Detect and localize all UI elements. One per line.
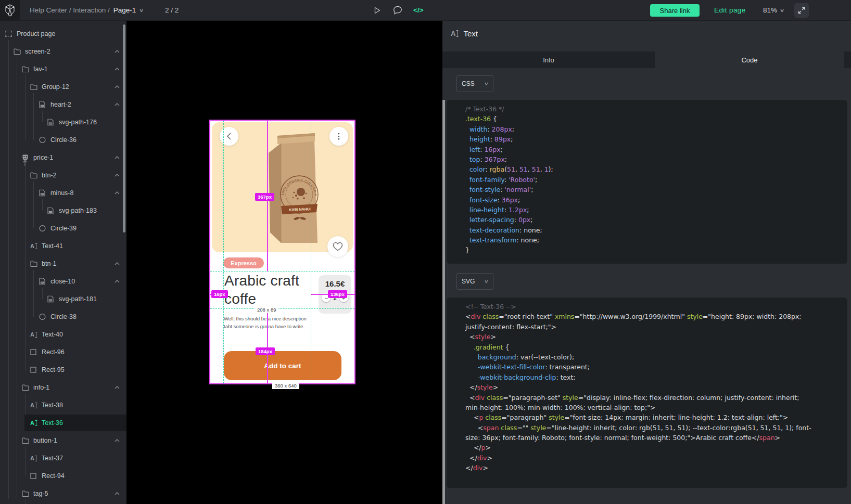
- zoom-level-dropdown[interactable]: 81% ∨: [763, 0, 784, 20]
- chevron-up-icon[interactable]: [115, 386, 120, 389]
- svgfile-layer-icon: [39, 190, 45, 197]
- tab-info[interactable]: Info: [442, 51, 655, 68]
- app-logo[interactable]: [0, 0, 20, 20]
- layer-row-svg-path-181[interactable]: svg-path-181: [0, 291, 126, 307]
- layer-row-circle-38[interactable]: Circle-38: [0, 308, 126, 325]
- code-line: text-transform: none;: [465, 236, 847, 246]
- comment-icon: [393, 6, 402, 15]
- folder-layer-icon: [22, 66, 29, 72]
- layer-label: Circle-36: [50, 136, 77, 144]
- code-view-button[interactable]: </>: [413, 0, 424, 20]
- layer-row-text-37[interactable]: AText-37: [0, 450, 126, 467]
- layer-row-circle-39[interactable]: Circle-39: [0, 220, 126, 237]
- share-link-button[interactable]: Share link: [650, 4, 700, 17]
- artboard-screen-2[interactable]: 100% ORGANIC COLOMBIAN COFFEE KABI NAHUI: [210, 121, 354, 383]
- chevron-up-icon[interactable]: [115, 439, 120, 442]
- css-code-block[interactable]: /* Text-36 */.text-36 { width: 208px; he…: [447, 100, 847, 264]
- chevron-up-icon[interactable]: [115, 103, 120, 106]
- layer-row-text-38[interactable]: AText-38: [0, 397, 126, 413]
- layer-row-rect-96[interactable]: Rect-96: [0, 344, 126, 360]
- css-format-dropdown[interactable]: CSS ∨: [456, 75, 493, 92]
- guide-line-right: [311, 121, 311, 383]
- inspector-title: Text: [463, 29, 478, 38]
- code-line: }: [465, 246, 847, 256]
- play-button[interactable]: [373, 0, 381, 20]
- layer-label: price-1: [33, 154, 53, 161]
- guide-line-bottom: [210, 308, 354, 309]
- chevron-up-icon[interactable]: [115, 174, 120, 177]
- chevron-up-icon[interactable]: [115, 156, 120, 159]
- layer-row-svg-path-183[interactable]: svg-path-183: [0, 202, 126, 219]
- layer-row-btn-2[interactable]: btn-2: [0, 167, 126, 184]
- rect-layer-icon: [30, 367, 36, 373]
- chevron-up-icon[interactable]: [115, 85, 120, 88]
- layer-row-btn-1[interactable]: btn-1: [0, 255, 126, 272]
- layer-row-tag-5[interactable]: tag-5: [0, 485, 126, 502]
- add-to-cart-button[interactable]: Add to cart: [224, 351, 341, 380]
- chevron-up-icon[interactable]: [115, 262, 120, 265]
- layer-row-button-1[interactable]: button-1: [0, 432, 126, 449]
- layer-label: Text-37: [42, 455, 63, 462]
- layer-row-info-1[interactable]: info-1: [0, 379, 126, 396]
- folder-layer-icon: [30, 84, 37, 90]
- code-icon: </>: [413, 6, 424, 14]
- more-options-button[interactable]: ⋮: [329, 127, 348, 146]
- layer-label: svg-path-176: [59, 119, 97, 126]
- component-layer-icon: [22, 154, 29, 161]
- layer-row-screen-2[interactable]: screen-2: [0, 43, 126, 60]
- code-line: letter-spacing: 0px;: [465, 216, 847, 226]
- code-line: .text-36 {: [465, 115, 847, 125]
- layer-row-svg-path-176[interactable]: svg-path-176: [0, 114, 126, 131]
- chevron-down-icon: ∨: [139, 7, 144, 13]
- chevron-down-icon: ∨: [484, 81, 489, 86]
- chevron-up-icon[interactable]: [115, 191, 120, 195]
- layer-row-rect-95[interactable]: Rect-95: [0, 361, 126, 378]
- tab-code[interactable]: Code: [655, 51, 844, 68]
- sidebar-scrollbar[interactable]: [123, 24, 125, 232]
- layer-row-text-36[interactable]: AText-36: [0, 415, 126, 431]
- chevron-up-icon[interactable]: [115, 492, 120, 495]
- back-button[interactable]: [220, 127, 238, 146]
- chevron-up-icon[interactable]: [115, 50, 120, 53]
- breadcrumb[interactable]: Help Center / Interaction / Page-1 ∨: [30, 0, 144, 20]
- layer-row-fav-1[interactable]: fav-1: [0, 61, 126, 77]
- panel-scrollbar[interactable]: [442, 100, 445, 504]
- circle-layer-icon: [39, 137, 46, 144]
- edit-page-link[interactable]: Edit page: [714, 0, 746, 20]
- fullscreen-button[interactable]: [794, 3, 809, 18]
- comment-button[interactable]: [393, 0, 402, 20]
- chevron-up-icon[interactable]: [115, 68, 120, 71]
- code-line: <!-- Text-36 -->: [465, 303, 847, 313]
- code-line: -webkit-text-fill-color: transparent;: [465, 363, 847, 373]
- favorite-button[interactable]: [327, 236, 348, 257]
- svg-format-dropdown[interactable]: SVG ∨: [456, 273, 493, 290]
- layer-row-price-1[interactable]: price-1: [0, 149, 126, 166]
- layer-label: Text-40: [42, 331, 63, 338]
- code-line: top: 367px;: [465, 156, 847, 165]
- layer-row-product page[interactable]: Product page: [0, 25, 126, 42]
- layer-row-rect-94[interactable]: Rect-94: [0, 468, 126, 484]
- layer-row-group-12[interactable]: Group-12: [0, 79, 126, 95]
- code-line: width: 208px;: [465, 125, 847, 135]
- circle-layer-icon: [39, 225, 46, 232]
- layer-row-circle-36[interactable]: Circle-36: [0, 132, 126, 148]
- layer-row-text-41[interactable]: AText-41: [0, 238, 126, 254]
- layer-row-text-40[interactable]: AText-40: [0, 326, 126, 343]
- svgfile-layer-icon: [47, 208, 54, 214]
- product-title[interactable]: Arabic craft coffe: [224, 272, 311, 308]
- product-description: Well, this should be a nice description …: [224, 315, 307, 330]
- svgfile-layer-icon: [39, 278, 45, 285]
- text-layer-icon: A: [30, 243, 37, 249]
- layer-row-minus-8[interactable]: minus-8: [0, 185, 126, 201]
- chevron-up-icon[interactable]: [115, 280, 120, 283]
- code-line: -webkit-background-clip: text;: [465, 373, 847, 383]
- layer-label: button-1: [33, 437, 57, 444]
- svgfile-layer-icon: [47, 296, 54, 303]
- layer-row-close-10[interactable]: close-10: [0, 273, 126, 290]
- folder-layer-icon: [30, 172, 37, 178]
- layer-row-heart-2[interactable]: heart-2: [0, 96, 126, 113]
- chevron-down-icon: ∨: [484, 279, 489, 284]
- heart-icon: [333, 242, 343, 251]
- design-canvas[interactable]: 100% ORGANIC COLOMBIAN COFFEE KABI NAHUI: [126, 21, 442, 504]
- svg-code-block[interactable]: <!-- Text-36 --><div class="root rich-te…: [447, 298, 847, 488]
